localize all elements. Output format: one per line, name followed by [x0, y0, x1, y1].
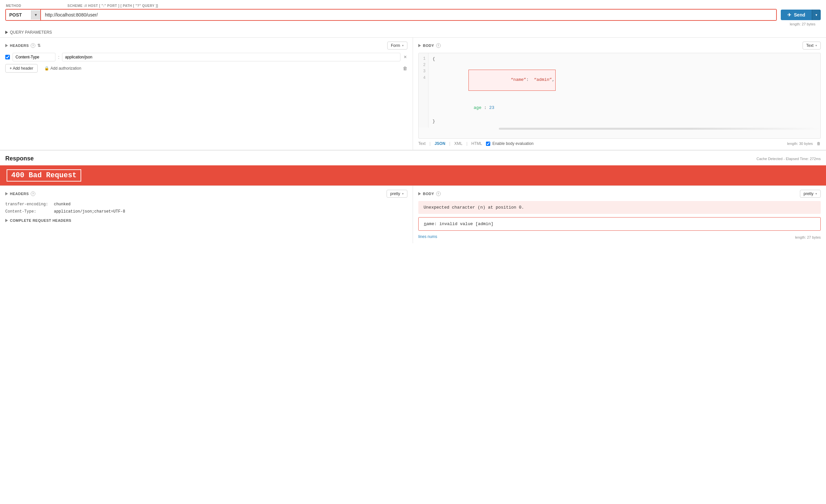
send-label: Send [794, 12, 805, 17]
headers-help-icon[interactable]: ? [31, 43, 35, 48]
body-panel: BODY ? Text ▾ 1 2 3 4 [413, 38, 826, 150]
request-bar: METHOD SCHEME :// HOST [ ":" PORT ] [ PA… [0, 0, 826, 29]
text-dropdown-chevron-icon: ▾ [815, 44, 817, 47]
line-num-4: 4 [421, 75, 425, 81]
url-input[interactable] [41, 10, 776, 20]
headers-panel: HEADERS ? ⇅ Form ▾ : × + Add header [0, 38, 413, 150]
body-title-group: BODY ? [418, 43, 441, 48]
remove-header-button-1[interactable]: × [403, 54, 407, 61]
enable-eval-label[interactable]: Enable body evaluation [486, 141, 533, 146]
line-num-3: 3 [421, 68, 425, 75]
method-select[interactable]: POST GET PUT DELETE PATCH [6, 10, 31, 20]
resp-body-length: length: 27 bytes [795, 235, 821, 239]
error-message-text: Unexpected character (n) at position 0. [424, 205, 524, 210]
header-checkbox-1[interactable] [5, 55, 10, 59]
error-message-box: Unexpected character (n) at position 0. [418, 201, 821, 214]
headers-panel-header: HEADERS ? ⇅ Form ▾ [5, 42, 407, 50]
method-dropdown-button[interactable]: ▼ [31, 10, 40, 19]
resp-headers-help-icon[interactable]: ? [31, 191, 35, 196]
resp-header-key-2: Content-Type: [5, 208, 52, 215]
separator-1: | [429, 141, 430, 146]
query-params-label: QUERY PARAMETERS [10, 30, 52, 35]
header-row-1: : × [5, 53, 407, 61]
lock-icon: 🔒 [44, 66, 49, 71]
send-btn-wrapper: ✈ Send ▾ [781, 10, 821, 20]
resp-body-collapse-icon[interactable] [418, 192, 421, 195]
response-body-title-group: BODY ? [418, 191, 441, 196]
resp-headers-pretty-label: pretty [390, 191, 400, 196]
response-headers-panel-header: HEADERS ? pretty ▾ [5, 190, 407, 198]
add-header-button[interactable]: + Add header [5, 64, 38, 73]
headers-title-text: HEADERS [10, 44, 29, 48]
resp-header-val-2: application/json;charset=UTF-8 [54, 209, 125, 214]
lines-nums-link[interactable]: lines nums [418, 234, 437, 239]
header-key-input-1[interactable] [12, 53, 55, 61]
resp-body-pretty-dropdown[interactable]: pretty ▾ [800, 190, 821, 198]
code-line-4: } [432, 118, 816, 125]
query-params-toggle[interactable]: QUERY PARAMETERS [5, 30, 821, 35]
response-headers-table: transfer-encoding: chunked Content-Type:… [5, 201, 407, 215]
highlight-line2: “name”: “admin”, [468, 70, 555, 91]
resp-headers-collapse-icon[interactable] [5, 192, 8, 195]
body-help-icon[interactable]: ? [436, 43, 441, 48]
format-html-link[interactable]: HTML [471, 141, 482, 146]
body-panel-header: BODY ? Text ▾ [418, 42, 821, 50]
invalid-value-box: name: invalid value [admin] [418, 217, 821, 231]
header-value-input-1[interactable] [62, 53, 401, 61]
format-json-link[interactable]: JSON [434, 141, 446, 146]
code-lines: { “name”: “admin”, age : 23 } [428, 53, 820, 128]
format-text-link[interactable]: Text [418, 141, 425, 146]
headers-collapse-icon[interactable] [5, 44, 8, 47]
resp-headers-pretty-dropdown[interactable]: pretty ▾ [387, 190, 407, 198]
url-length-info: length: 27 bytes [5, 22, 821, 26]
code-content: 1 2 3 4 { “name”: “admin”, a [419, 53, 820, 128]
response-body-panel-header: BODY ? pretty ▾ [418, 190, 821, 198]
header-colon-1: : [58, 55, 59, 60]
headers-sort-icon[interactable]: ⇅ [37, 43, 41, 48]
resp-headers-title-text: HEADERS [10, 192, 29, 196]
response-body-panel: BODY ? pretty ▾ Unexpected character (n)… [413, 186, 826, 243]
complete-req-label: COMPLETE REQUEST HEADERS [10, 218, 71, 223]
query-params-row: QUERY PARAMETERS [0, 29, 826, 37]
resp-body-help-icon[interactable]: ? [436, 191, 441, 196]
url-input-wrapper [41, 9, 777, 21]
line-num-1: 1 [421, 56, 425, 62]
body-delete-icon[interactable]: 🗑 [817, 141, 821, 146]
headers-action-buttons: + Add header 🔒 Add authorization 🗑 [5, 64, 407, 73]
response-title: Response [5, 155, 34, 162]
send-button[interactable]: ✈ Send [781, 10, 812, 20]
code-line-3: age : 23 [432, 98, 816, 118]
body-text-dropdown[interactable]: Text ▾ [803, 42, 821, 50]
resp-body-pretty-label: pretty [804, 191, 814, 196]
add-auth-button[interactable]: 🔒 Add authorization [42, 64, 84, 72]
request-panels: HEADERS ? ⇅ Form ▾ : × + Add header [0, 37, 826, 150]
send-dropdown-button[interactable]: ▾ [812, 10, 821, 20]
response-header-row-2: Content-Type: application/json;charset=U… [5, 208, 407, 215]
body-code-editor[interactable]: 1 2 3 4 { “name”: “admin”, a [418, 53, 821, 139]
separator-3: | [467, 141, 467, 146]
body-length-info: length: 30 bytes [787, 142, 813, 145]
json-val-admin: “admin” [534, 77, 552, 82]
text-dropdown-label: Text [806, 43, 814, 48]
status-banner: 400 Bad Request [0, 165, 826, 186]
invalid-value-text: ame: invalid value [admin] [426, 222, 493, 227]
enable-eval-checkbox[interactable] [486, 142, 490, 146]
delete-headers-icon[interactable]: 🗑 [403, 66, 407, 71]
response-header: Response Cache Detected - Elapsed Time: … [0, 150, 826, 165]
response-header-row-1: transfer-encoding: chunked [5, 201, 407, 208]
format-xml-link[interactable]: XML [454, 141, 463, 146]
headers-form-dropdown[interactable]: Form ▾ [387, 42, 407, 50]
complete-request-toggle[interactable]: COMPLETE REQUEST HEADERS [5, 218, 407, 223]
url-labels: METHOD SCHEME :// HOST [ ":" PORT ] [ PA… [5, 4, 821, 8]
response-headers-panel: HEADERS ? pretty ▾ transfer-encoding: ch… [0, 186, 413, 243]
form-dropdown-label: Form [391, 43, 400, 48]
resp-header-val-1: chunked [54, 202, 70, 207]
resp-headers-chevron-icon: ▾ [402, 192, 404, 195]
body-collapse-icon[interactable] [418, 44, 421, 47]
json-key-age: age [468, 105, 481, 110]
code-line-1: { [432, 56, 816, 63]
form-dropdown-chevron-icon: ▾ [402, 44, 404, 47]
line-num-2: 2 [421, 62, 425, 68]
query-params-arrow-icon [5, 31, 8, 34]
status-text: 400 Bad Request [7, 169, 81, 182]
